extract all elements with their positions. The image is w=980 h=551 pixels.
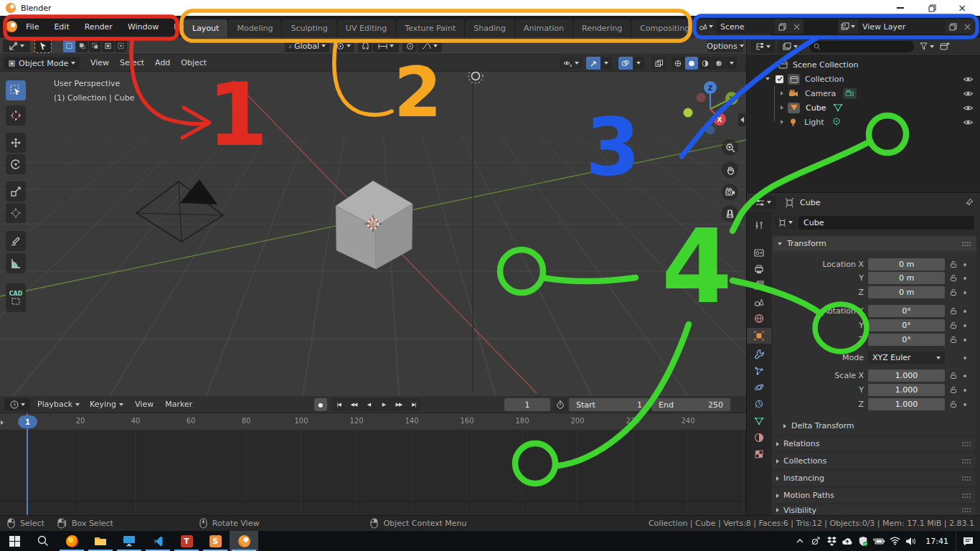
- animate-dot[interactable]: [961, 398, 969, 410]
- options-dropdown[interactable]: Options: [707, 39, 743, 52]
- scale-z-field[interactable]: 1.000: [868, 398, 945, 410]
- outliner-row-cube[interactable]: Cube: [747, 100, 980, 115]
- gizmos-toggle[interactable]: [586, 57, 600, 70]
- tab-shading[interactable]: Shading: [465, 19, 514, 37]
- collection-checkbox[interactable]: [776, 75, 783, 83]
- animate-dot[interactable]: [961, 352, 969, 364]
- next-keyframe-button[interactable]: ▶▶: [392, 398, 406, 411]
- animate-dot[interactable]: [961, 305, 969, 317]
- taskbar-vscode[interactable]: [143, 531, 172, 551]
- gizmo-neg-y-ball[interactable]: [684, 108, 693, 118]
- scene-name-field[interactable]: Scene: [716, 19, 775, 34]
- tool-cad-transform[interactable]: CAD: [6, 283, 26, 312]
- lock-icon[interactable]: [948, 258, 958, 270]
- timeline-ruler[interactable]: 20 40 60 80 100 120 140 160 180 200 220 …: [0, 413, 746, 430]
- tray-clock[interactable]: 17:41: [925, 537, 948, 546]
- tab-physics[interactable]: [747, 380, 771, 395]
- tab-material[interactable]: [747, 430, 771, 446]
- location-y-field[interactable]: 0 m: [868, 272, 945, 284]
- snap-toggle-button[interactable]: [358, 39, 372, 52]
- playhead-line[interactable]: [27, 413, 28, 515]
- navigation-gizmo[interactable]: Z Y X: [684, 81, 739, 135]
- delta-transform-panel[interactable]: Delta Transform: [783, 421, 854, 430]
- tray-onedrive-icon[interactable]: [839, 531, 855, 551]
- toggle-perspective-button[interactable]: [722, 205, 738, 222]
- object-id-browse-button[interactable]: [774, 216, 797, 229]
- tab-view-layer[interactable]: [747, 278, 771, 293]
- frame-end-field[interactable]: End250: [651, 398, 730, 411]
- lock-icon[interactable]: [948, 334, 958, 346]
- taskbar-display-app[interactable]: [115, 531, 143, 551]
- select-mode-extend-button[interactable]: [76, 39, 88, 52]
- outliner-display-mode-button[interactable]: [778, 40, 802, 53]
- outliner-editor-type-button[interactable]: [750, 40, 775, 53]
- scene-browse-button[interactable]: [696, 19, 716, 34]
- overlays-toggle[interactable]: [618, 57, 633, 70]
- lock-icon[interactable]: [948, 319, 958, 331]
- timeline-marker-menu[interactable]: Marker: [165, 400, 192, 409]
- hide-eye-icon[interactable]: [963, 90, 974, 98]
- lock-icon[interactable]: [948, 369, 958, 382]
- expand-arrow-icon[interactable]: [781, 120, 783, 124]
- properties-editor-type-button[interactable]: [750, 196, 776, 209]
- action-center-button[interactable]: [956, 531, 980, 551]
- shading-rendered-button[interactable]: [712, 57, 725, 70]
- viewport-3d[interactable]: Z Y X User Perspective (1) Collection | …: [0, 72, 746, 396]
- show-object-types-dropdown[interactable]: [560, 57, 583, 70]
- playback-menu[interactable]: Playback: [37, 400, 80, 409]
- menu-view[interactable]: View: [90, 58, 109, 67]
- active-tool-button[interactable]: [34, 39, 52, 53]
- expand-arrow-icon[interactable]: [781, 91, 783, 95]
- location-z-field[interactable]: 0 m: [868, 286, 945, 298]
- shading-wireframe-button[interactable]: [672, 57, 684, 70]
- tray-dropbox-icon[interactable]: [824, 531, 839, 551]
- tool-select-box[interactable]: [6, 80, 26, 100]
- select-mode-invert-button[interactable]: [102, 39, 114, 52]
- scale-y-field[interactable]: 1.000: [868, 384, 945, 396]
- shading-dropdown[interactable]: [726, 57, 737, 70]
- menu-render[interactable]: Render: [82, 21, 116, 33]
- blender-menu-logo-icon[interactable]: [6, 21, 17, 32]
- animate-dot[interactable]: [961, 286, 969, 298]
- tray-battery-icon[interactable]: [871, 531, 887, 551]
- close-button[interactable]: ×: [951, 0, 973, 16]
- tool-measure[interactable]: [6, 253, 26, 273]
- light-object[interactable]: [468, 72, 483, 83]
- gizmo-neg-z-ball[interactable]: [706, 126, 715, 135]
- view-layer-copy-button[interactable]: [946, 19, 960, 34]
- tray-app-icon[interactable]: [808, 531, 824, 551]
- minimize-button[interactable]: [890, 0, 911, 16]
- tab-layout[interactable]: Layout: [184, 19, 227, 37]
- timeline-tracks[interactable]: [0, 430, 746, 515]
- lock-icon[interactable]: [948, 398, 958, 410]
- object-mode-dropdown[interactable]: Object Mode: [4, 57, 80, 70]
- use-preview-range-toggle[interactable]: [553, 398, 567, 411]
- outliner-row-scene-collection[interactable]: Scene Collection: [747, 57, 980, 72]
- outliner-row-camera[interactable]: Camera: [747, 86, 980, 100]
- lock-icon[interactable]: [948, 286, 958, 298]
- transform-panel-header[interactable]: Transform: [773, 236, 976, 251]
- new-collection-button[interactable]: [940, 42, 950, 51]
- location-x-field[interactable]: 0 m: [868, 258, 945, 270]
- tab-object[interactable]: [747, 328, 771, 344]
- tray-expand-button[interactable]: [792, 531, 808, 551]
- gizmo-neg-x-ball[interactable]: [697, 93, 706, 103]
- keying-menu[interactable]: Keying: [90, 400, 123, 409]
- current-frame-field[interactable]: 1: [504, 398, 550, 411]
- taskbar-firefox[interactable]: [57, 531, 86, 551]
- tab-tool[interactable]: [747, 217, 771, 233]
- snap-target-dropdown[interactable]: [373, 39, 399, 52]
- timeline-view-menu[interactable]: View: [135, 400, 154, 409]
- tab-output[interactable]: [747, 261, 771, 277]
- tab-animation[interactable]: Animation: [515, 19, 573, 37]
- rotation-z-field[interactable]: 0°: [868, 334, 945, 346]
- hide-eye-icon[interactable]: [963, 104, 974, 112]
- editor-type-button[interactable]: [3, 39, 30, 52]
- outliner-filter-button[interactable]: [920, 42, 934, 50]
- camera-view-button[interactable]: [722, 184, 738, 200]
- animate-dot[interactable]: [961, 384, 969, 396]
- tray-volume-icon[interactable]: [903, 531, 918, 551]
- menu-add[interactable]: Add: [155, 58, 170, 67]
- tool-move[interactable]: [6, 133, 26, 153]
- tab-scene[interactable]: [747, 294, 771, 310]
